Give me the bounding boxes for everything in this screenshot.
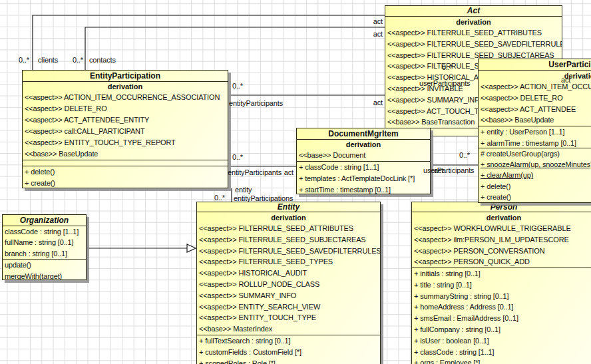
class-title: DocumentMgrItem	[297, 128, 430, 140]
class-member-row: mergeWith(target)	[3, 271, 86, 281]
derivation-header: derivation	[197, 212, 380, 223]
class-member-row: <<aspect>> ROLLUP_NODE_CLASS	[197, 279, 380, 290]
class-member-row: + title : string [0..1]	[412, 279, 591, 291]
class-member-row: branch : string [0..1]	[3, 248, 86, 259]
class-compartment: update()mergeWith(target)	[3, 259, 86, 280]
class-member-row: <<aspect>> FILTERRULE_SEED_SAVEDFILTERRU…	[197, 246, 380, 257]
connector-label[interactable]: userParticipants	[419, 79, 470, 88]
class-member-row: <<aspect>> FILTERRULE_SEED_ATTRIBUTES	[197, 223, 380, 234]
class-member-row: <<aspect>> HISTORICAL_AUDIT	[197, 268, 380, 279]
class-member-row: + snoozeAlarm(up, snoozeMinutes)	[479, 159, 591, 170]
class-member-row: <<aspect>> ACTION_ITEM_OCCURRENCE_ASSOCI…	[23, 92, 228, 103]
class-member-row: <<aspect>> ENTITY_TOUCH_TYPE_REPORT	[23, 137, 228, 148]
class-compartment: + delete()+ create()	[23, 166, 228, 188]
class-box-document-mgr-item[interactable]: DocumentMgrItemderivation<<base>> Docume…	[296, 128, 431, 194]
class-member-row: <<aspect>> ACT_ATTENDEE	[479, 104, 591, 115]
generalization-arrowhead-icon	[187, 244, 196, 252]
class-compartment: derivation<<aspect>> FILTERRULE_SEED_ATT…	[197, 212, 380, 335]
connector-label[interactable]: 0..*	[442, 63, 453, 72]
class-member-row: <<aspect>> call:CALL_PARTICIPANT	[23, 126, 228, 137]
class-member-row: + isUser : boolean [0..1]	[412, 335, 591, 347]
class-member-row: <<aspect>> FILTERRULE_SEED_SUBJECTAREAS	[197, 234, 380, 246]
class-member-row: + entity : UserPerson [1..1]	[479, 126, 591, 138]
class-member-row: <<aspect>> PERSON_QUICK_ADD	[412, 256, 591, 268]
connector-label[interactable]: 0..*	[73, 56, 83, 65]
class-compartment: + initials : string [0..1]+ title : stri…	[412, 268, 591, 364]
class-title: EntityParticipation	[23, 71, 228, 82]
class-member-row: + create()	[23, 178, 228, 188]
connector-label[interactable]: entityParticipations	[234, 194, 293, 203]
class-member-row: + scopedRoles : Role [*]	[197, 358, 380, 364]
class-compartment: + fullTextSearch : string [0..1]+ custom…	[197, 335, 380, 364]
class-member-row: fullName : string [0..1]	[3, 237, 86, 248]
connector-label[interactable]: entityParticipants	[228, 168, 282, 177]
class-member-row: + smsEmail : EmailAddress [0..1]	[412, 313, 591, 324]
class-member-row: + alarmTime : timestamp [0..1]	[479, 138, 591, 148]
connector-label[interactable]: act	[561, 76, 570, 85]
connector-label[interactable]: userParticipants	[423, 166, 474, 175]
class-member-row: <<aspect>> PERSON_CONVERSATION	[412, 246, 591, 257]
class-member-row: <<aspect>> FILTERRULE_SEED_TYPES	[197, 256, 380, 268]
connector-label[interactable]: act	[434, 166, 443, 175]
class-member-row: <<aspect>> ilm:PERSON_ILM_UPDATESCORE	[412, 234, 591, 246]
connector-label[interactable]: contacts	[89, 56, 116, 65]
class-member-row: <<base>> BaseUpdate	[479, 114, 591, 126]
connector-label[interactable]: entity	[235, 186, 252, 194]
connector-act-contacts[interactable]	[85, 27, 385, 70]
class-member-row: <<base>> BaseUpdate	[23, 148, 228, 160]
class-member-row: <<base>> Document	[297, 150, 430, 161]
connector-label[interactable]: 0..*	[19, 56, 29, 65]
connector-label[interactable]: act	[373, 98, 383, 107]
class-compartment: classCode : string [1..1]fullName : stri…	[3, 226, 86, 259]
class-member-row: + clearAlarm(up)	[479, 170, 591, 180]
class-member-row: + classCode : string [1..1]	[412, 347, 591, 358]
class-title: Act	[385, 6, 562, 17]
derivation-header: derivation	[385, 17, 562, 27]
connector-label[interactable]: act	[373, 30, 383, 39]
connector-label[interactable]: 0..*	[459, 151, 470, 160]
connector-label[interactable]: 0..*	[214, 194, 225, 202]
class-member-row: <<base>> MasterIndex	[197, 323, 380, 335]
derivation-header: derivation	[479, 71, 591, 81]
connector-label[interactable]: clients	[38, 56, 58, 65]
connector-label[interactable]: entityParticipants	[229, 99, 283, 108]
class-member-row: <<aspect>> FILTERRULE_SEED_SAVEDFILTERRU…	[385, 39, 562, 50]
class-member-row: <<aspect>> ENTITY_TOUCH_TYPE	[197, 312, 380, 323]
class-compartment: + entity : UserPerson [1..1]+ alarmTime …	[479, 126, 591, 148]
class-box-entity-participation[interactable]: EntityParticipationderivation<<aspect>> …	[22, 70, 228, 188]
connector-label[interactable]: act	[284, 168, 294, 177]
class-compartment: derivation<<aspect>> ACTION_ITEM_OCCURRE…	[23, 82, 228, 160]
class-member-row: + delete()	[23, 166, 228, 178]
class-member-row: <<aspect>> ACTION_ITEM_OCCURRENCE_ASSOCI…	[479, 81, 591, 92]
class-compartment: derivation<<base>> Document	[297, 140, 430, 161]
class-member-row: + summaryString : string [0..1]	[412, 291, 591, 302]
diagram-canvas[interactable]: Actderivation<<aspect>> FILTERRULE_SEED_…	[0, 0, 591, 364]
class-box-user-participation[interactable]: UserParticipationderivation<<aspect>> AC…	[478, 59, 591, 203]
class-member-row: + fullTextSearch : string [0..1]	[197, 335, 380, 347]
class-compartment: derivation<<aspect>> WORKFLOWRULE_TRIGGE…	[412, 212, 591, 268]
class-member-row: + customFields : CustomField [*]	[197, 347, 380, 358]
class-box-entity[interactable]: Entityderivation<<aspect>> FILTERRULE_SE…	[196, 202, 381, 364]
class-member-row: + classCode : string [1..1]	[297, 162, 430, 173]
derivation-header: derivation	[412, 212, 591, 223]
class-member-row: + homeAddress : Address [0..1]	[412, 301, 591, 313]
class-member-row: <<aspect>> FILTERRULE_SEED_ATTRIBUTES	[385, 27, 562, 39]
class-box-organization[interactable]: OrganizationclassCode : string [1..1]ful…	[2, 214, 87, 280]
class-member-row: + templates : ActTemplateDocLink [*]	[297, 173, 430, 184]
class-member-row: + initials : string [0..1]	[412, 268, 591, 279]
class-member-row: + create()	[479, 192, 591, 201]
class-member-row: classCode : string [1..1]	[3, 226, 86, 237]
class-compartment: + classCode : string [1..1]+ templates :…	[297, 161, 430, 194]
class-title: Person	[412, 202, 591, 212]
derivation-header: derivation	[297, 140, 430, 150]
class-box-person[interactable]: Personderivation<<aspect>> WORKFLOWRULE_…	[411, 202, 591, 364]
class-compartment	[23, 160, 228, 166]
class-member-row: <<aspect>> ACT_ATTENDEE_ENTITY	[23, 114, 228, 126]
derivation-header: derivation	[23, 82, 228, 92]
connector-label[interactable]: 0..*	[232, 82, 243, 91]
connector-label[interactable]: 0..*	[232, 153, 243, 162]
class-member-row: <<aspect>> ENTITY_SEARCH_VIEW	[197, 301, 380, 313]
class-title: Organization	[3, 215, 86, 226]
class-member-row: <<aspect>> SUMMARY_INFO	[197, 290, 380, 301]
connector-label[interactable]: act	[373, 17, 383, 26]
